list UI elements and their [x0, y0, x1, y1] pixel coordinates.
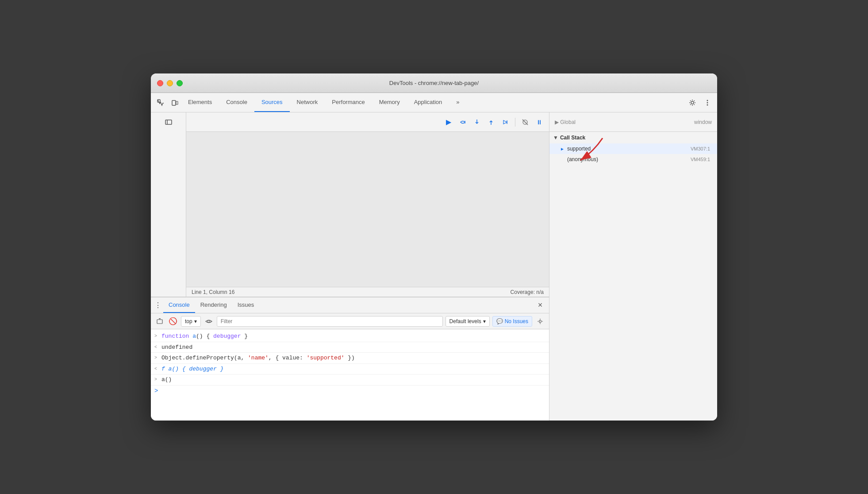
tab-console-bottom[interactable]: Console: [163, 297, 195, 313]
console-line-4: < f a() { debugger }: [151, 364, 549, 375]
scope-header-partial: ▶ Global window: [549, 112, 717, 132]
console-line-5: > a(): [151, 374, 549, 386]
pause-button[interactable]: ⏸: [533, 116, 545, 128]
red-arrow-annotation-1: [549, 165, 717, 191]
call-stack-item-1[interactable]: ► (anonymous) VM459:1: [549, 154, 717, 165]
coverage-status: Coverage: n/a: [511, 289, 544, 295]
settings-icon[interactable]: [686, 96, 699, 109]
console-eye-button[interactable]: [204, 316, 214, 327]
frame-location-1: VM459:1: [691, 157, 710, 162]
context-selector[interactable]: top ▾: [181, 316, 201, 327]
step-button[interactable]: [499, 116, 511, 128]
frame-name-1: (anonymous): [567, 156, 691, 162]
console-area: ⋮ Console Rendering Issues ×: [151, 297, 549, 421]
console-line-1: > function a() { debugger }: [151, 331, 549, 342]
tab-elements[interactable]: Elements: [181, 93, 219, 112]
toolbar-separator: [515, 118, 515, 127]
console-tabs-bar: ⋮ Console Rendering Issues ×: [151, 297, 549, 313]
toggle-sidebar-icon[interactable]: [162, 116, 175, 128]
window-title: DevTools - chrome://new-tab-page/: [389, 80, 479, 86]
console-settings-icon[interactable]: [535, 316, 545, 327]
call-stack-item-0[interactable]: ► supported VM307:1: [549, 143, 717, 154]
no-issues-button[interactable]: 💬 No Issues: [492, 316, 532, 327]
sources-editor: ▶: [186, 112, 549, 297]
device-toggle-icon[interactable]: [169, 96, 181, 109]
svg-point-13: [207, 320, 210, 322]
tab-console[interactable]: Console: [219, 93, 254, 112]
svg-point-3: [691, 101, 694, 104]
console-clear-button[interactable]: [154, 316, 165, 327]
tab-more[interactable]: »: [449, 93, 466, 112]
expand-icon-1[interactable]: >: [154, 333, 161, 340]
step-over-button[interactable]: [457, 116, 469, 128]
svg-point-5: [707, 102, 708, 103]
toolbar-right: [686, 96, 714, 109]
svg-rect-1: [172, 100, 176, 105]
minimize-button[interactable]: [167, 80, 173, 86]
tab-issues[interactable]: Issues: [232, 297, 260, 313]
toolbar-left: [154, 96, 181, 109]
console-more-icon[interactable]: ⋮: [154, 301, 161, 309]
debugger-panel: ▶ Global window ▼ Call Stack ► supported…: [549, 112, 717, 421]
console-filter-input[interactable]: [217, 316, 443, 327]
expand-icon-2[interactable]: >: [154, 355, 161, 361]
traffic-lights: [157, 80, 183, 86]
result-arrow-1: <: [154, 344, 161, 351]
call-stack-header[interactable]: ▼ Call Stack: [549, 132, 717, 143]
sources-panel: ▶: [151, 112, 549, 421]
console-line-2: < undefined: [151, 342, 549, 353]
cursor-position: Line 1, Column 16: [192, 289, 234, 295]
inspect-icon[interactable]: [154, 96, 167, 109]
svg-rect-11: [157, 320, 162, 324]
status-bar: Line 1, Column 16 Coverage: n/a: [186, 287, 549, 297]
console-close-button[interactable]: ×: [535, 300, 545, 311]
svg-rect-7: [165, 120, 172, 124]
sources-sidebar: [151, 112, 186, 297]
prompt-arrow: >: [154, 387, 158, 394]
svg-point-14: [539, 320, 542, 322]
svg-line-9: [522, 120, 528, 125]
tab-sources[interactable]: Sources: [254, 93, 290, 112]
console-line-3: > Object.defineProperty(a, 'name', { val…: [151, 353, 549, 364]
step-out-button[interactable]: [485, 116, 497, 128]
frame-location-0: VM307:1: [691, 146, 710, 151]
svg-point-4: [707, 100, 708, 101]
expand-icon-3[interactable]: >: [154, 376, 161, 383]
more-options-icon[interactable]: [701, 96, 714, 109]
call-stack-label: Call Stack: [560, 135, 585, 141]
debug-controls-toolbar: ▶: [186, 112, 549, 132]
deactivate-breakpoints-button[interactable]: [519, 116, 531, 128]
console-toolbar: 🚫 top ▾ Default: [151, 313, 549, 329]
active-frame-icon: ►: [560, 147, 565, 151]
devtools-tabs: Elements Console Sources Network Perform…: [181, 93, 686, 112]
result-arrow-2: <: [154, 366, 161, 372]
console-output: > function a() { debugger } < undefined: [151, 329, 549, 421]
maximize-button[interactable]: [177, 80, 183, 86]
log-levels-button[interactable]: Default levels ▾: [446, 316, 490, 327]
title-bar: DevTools - chrome://new-tab-page/: [151, 73, 717, 93]
devtools-toolbar: Elements Console Sources Network Perform…: [151, 93, 717, 112]
tab-performance[interactable]: Performance: [325, 93, 372, 112]
console-prohibit-button[interactable]: 🚫: [168, 316, 178, 327]
call-stack-arrow: ▼: [553, 135, 558, 141]
console-prompt: >: [151, 386, 549, 396]
resume-button[interactable]: ▶: [442, 116, 455, 128]
svg-point-6: [707, 104, 708, 105]
step-into-button[interactable]: [471, 116, 483, 128]
source-code-area: [186, 132, 549, 287]
tab-memory[interactable]: Memory: [372, 93, 407, 112]
tab-rendering[interactable]: Rendering: [195, 297, 232, 313]
tab-application[interactable]: Application: [407, 93, 449, 112]
frame-name-0: supported: [567, 146, 691, 152]
svg-rect-2: [176, 101, 178, 104]
tab-network[interactable]: Network: [290, 93, 325, 112]
close-button[interactable]: [157, 80, 163, 86]
middle-area: ▶: [151, 112, 717, 421]
